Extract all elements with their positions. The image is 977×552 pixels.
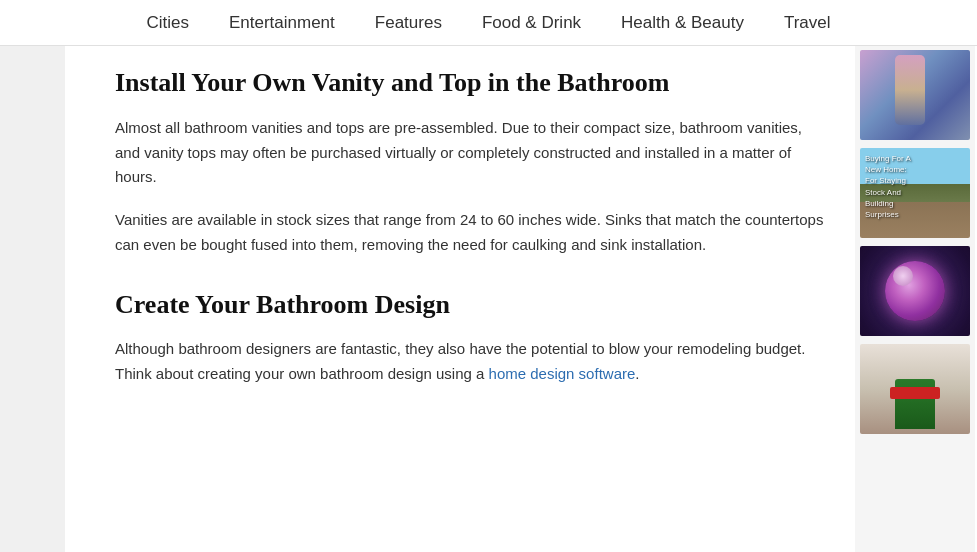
sidebar-image-house[interactable] xyxy=(860,148,970,238)
fashion-image xyxy=(860,50,970,140)
section2-heading: Create Your Bathroom Design xyxy=(115,288,825,322)
virus-circle xyxy=(885,261,945,321)
main-content: Install Your Own Vanity and Top in the B… xyxy=(65,46,855,552)
article-section-design: Create Your Bathroom Design Although bat… xyxy=(115,288,825,387)
section1-paragraph2: Vanities are available in stock sizes th… xyxy=(115,208,825,258)
right-sidebar xyxy=(855,46,975,552)
nav-item-cities[interactable]: Cities xyxy=(146,13,189,33)
nav-item-health-beauty[interactable]: Health & Beauty xyxy=(621,13,744,33)
section1-heading: Install Your Own Vanity and Top in the B… xyxy=(115,66,825,100)
delivery-image xyxy=(860,344,970,434)
nav-item-travel[interactable]: Travel xyxy=(784,13,831,33)
main-navigation: Cities Entertainment Features Food & Dri… xyxy=(0,0,977,46)
home-design-software-link[interactable]: home design software xyxy=(489,365,636,382)
nav-item-features[interactable]: Features xyxy=(375,13,442,33)
section2-text-end: . xyxy=(635,365,639,382)
nav-item-entertainment[interactable]: Entertainment xyxy=(229,13,335,33)
page-wrapper: Install Your Own Vanity and Top in the B… xyxy=(0,46,977,552)
nav-item-food-drink[interactable]: Food & Drink xyxy=(482,13,581,33)
section2-paragraph1: Although bathroom designers are fantasti… xyxy=(115,337,825,387)
article-section-vanity: Install Your Own Vanity and Top in the B… xyxy=(115,66,825,258)
sidebar-image-fashion[interactable] xyxy=(860,50,970,140)
section1-paragraph1: Almost all bathroom vanities and tops ar… xyxy=(115,116,825,190)
house-image xyxy=(860,148,970,238)
virus-image xyxy=(860,246,970,336)
section2-text-start: Although bathroom designers are fantasti… xyxy=(115,340,805,382)
sidebar-image-delivery[interactable] xyxy=(860,344,970,434)
sidebar-image-virus[interactable] xyxy=(860,246,970,336)
left-sidebar xyxy=(0,46,65,552)
